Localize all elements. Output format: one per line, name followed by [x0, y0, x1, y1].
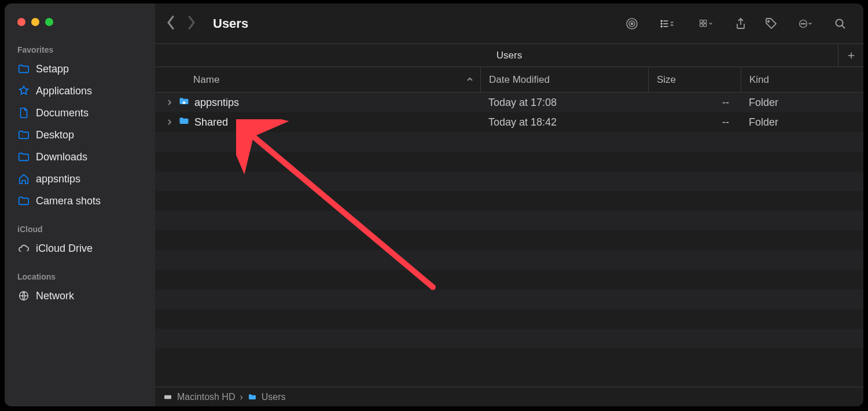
back-button[interactable]	[165, 15, 176, 32]
sidebar-item-label: appsntips	[36, 173, 80, 185]
sidebar-item-icloud-drive[interactable]: iCloud Drive	[5, 237, 155, 259]
file-row[interactable]: SharedToday at 18:42--Folder	[155, 112, 863, 132]
sidebar-item-camera-shots[interactable]: Camera shots	[5, 190, 155, 212]
traffic-lights	[5, 12, 155, 32]
disk-icon	[163, 392, 172, 402]
column-headers: Name Date Modified Size Kind	[155, 67, 863, 93]
empty-row	[155, 289, 863, 309]
view-gallery-button[interactable]	[689, 12, 723, 35]
new-tab-button[interactable]	[838, 44, 863, 67]
empty-row	[155, 191, 863, 211]
file-kind: Folder	[741, 116, 863, 129]
minimize-button[interactable]	[31, 18, 39, 26]
sidebar-item-label: Applications	[36, 85, 92, 97]
finder-window: Favorites Setapp Applications Documents …	[5, 3, 863, 406]
col-kind-label: Kind	[749, 74, 769, 86]
svg-point-15	[804, 23, 806, 24]
path-folder[interactable]: Users	[262, 392, 286, 402]
main-area: Users Users	[155, 3, 863, 406]
path-sep: ›	[240, 392, 242, 402]
disclosure-icon[interactable]	[165, 116, 174, 129]
sidebar-item-documents[interactable]: Documents	[5, 102, 155, 124]
sidebar-item-downloads[interactable]: Downloads	[5, 146, 155, 168]
file-kind: Folder	[741, 97, 863, 109]
share-button[interactable]	[728, 12, 753, 35]
svg-rect-8	[704, 20, 707, 23]
col-kind[interactable]: Kind	[741, 67, 863, 92]
app-icon	[17, 85, 30, 97]
home-icon	[17, 173, 30, 185]
sidebar-item-label: Setapp	[36, 63, 69, 75]
svg-point-11	[768, 20, 770, 22]
cloud-icon	[17, 242, 30, 255]
file-name: Shared	[194, 116, 228, 129]
sidebar-item-label: Documents	[36, 107, 89, 119]
col-size-label: Size	[657, 74, 676, 86]
sidebar-item-desktop[interactable]: Desktop	[5, 124, 155, 146]
sidebar-item-applications[interactable]: Applications	[5, 80, 155, 102]
svg-rect-17	[164, 395, 171, 399]
svg-point-6	[661, 25, 662, 27]
list-icon	[660, 17, 674, 31]
col-date-label: Date Modified	[489, 74, 550, 86]
section-locations-label: Locations	[5, 259, 155, 285]
sidebar-item-label: Desktop	[36, 129, 74, 141]
airdrop-icon	[625, 17, 639, 31]
folder-icon	[17, 129, 30, 141]
folder-icon	[17, 195, 30, 207]
actions-button[interactable]	[788, 12, 823, 35]
svg-point-13	[801, 23, 802, 24]
home-folder-icon	[178, 96, 190, 110]
disclosure-icon[interactable]	[165, 97, 174, 109]
section-favorites-label: Favorites	[5, 32, 155, 58]
empty-row	[155, 329, 863, 348]
folder-icon	[17, 63, 30, 75]
path-disk[interactable]: Macintosh HD	[177, 392, 235, 402]
svg-point-14	[803, 23, 804, 24]
sidebar-item-setapp[interactable]: Setapp	[5, 58, 155, 80]
forward-button[interactable]	[186, 15, 197, 32]
svg-point-3	[631, 23, 632, 24]
svg-rect-9	[700, 24, 703, 27]
view-list-button[interactable]	[649, 12, 684, 35]
search-icon	[833, 17, 847, 31]
col-name-label: Name	[193, 74, 219, 86]
globe-icon	[17, 289, 30, 302]
empty-row	[155, 270, 863, 289]
col-name[interactable]: Name	[155, 74, 480, 86]
col-date[interactable]: Date Modified	[480, 67, 648, 92]
section-icloud-label: iCloud	[5, 212, 155, 237]
empty-row	[155, 152, 863, 171]
tag-button[interactable]	[758, 12, 784, 35]
sort-ascending-icon	[466, 74, 473, 86]
maximize-button[interactable]	[45, 18, 53, 26]
empty-row	[155, 132, 863, 152]
svg-point-4	[661, 20, 662, 21]
share-icon	[734, 17, 748, 31]
sidebar-item-label: Camera shots	[36, 195, 101, 207]
sidebar-item-label: iCloud Drive	[36, 243, 93, 255]
empty-row	[155, 171, 863, 191]
svg-rect-10	[704, 24, 707, 27]
airdrop-button[interactable]	[619, 12, 645, 35]
file-date: Today at 18:42	[480, 116, 648, 129]
file-name: appsntips	[194, 97, 239, 109]
sidebar-item-network[interactable]: Network	[5, 285, 155, 307]
nav-buttons	[165, 15, 208, 32]
file-row[interactable]: appsntipsToday at 17:08--Folder	[155, 93, 863, 112]
col-size[interactable]: Size	[648, 67, 741, 92]
toolbar: Users	[155, 3, 863, 44]
empty-row	[155, 250, 863, 270]
ellipsis-circle-icon	[799, 17, 812, 31]
close-button[interactable]	[17, 18, 25, 26]
plus-icon	[846, 50, 856, 61]
file-list: appsntipsToday at 17:08--FolderSharedTod…	[155, 93, 863, 387]
search-button[interactable]	[827, 12, 853, 35]
doc-icon	[17, 107, 30, 119]
empty-row	[155, 309, 863, 329]
sidebar: Favorites Setapp Applications Documents …	[5, 3, 155, 406]
sidebar-item-home[interactable]: appsntips	[5, 168, 155, 190]
tab-title[interactable]: Users	[496, 50, 522, 61]
path-bar: Macintosh HD › Users	[155, 387, 863, 406]
svg-rect-7	[700, 20, 703, 23]
